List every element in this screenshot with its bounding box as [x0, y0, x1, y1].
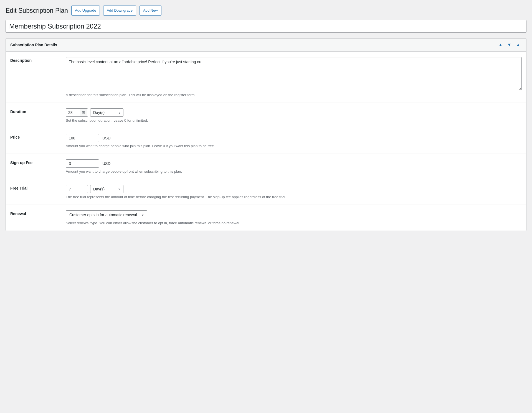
- price-hint: Amount you want to charge people who joi…: [66, 144, 522, 148]
- duration-unit-wrapper: Day(s) Week(s) Month(s) Year(s): [90, 108, 123, 117]
- renewal-select[interactable]: Customer opts in for automatic renewal F…: [66, 210, 147, 219]
- duration-number-input[interactable]: [66, 109, 80, 116]
- card-header: Subscription Plan Details ▲ ▼ ▲: [6, 39, 526, 52]
- renewal-field: Customer opts in for automatic renewal F…: [66, 210, 522, 225]
- renewal-hint: Select renewal type. You can either allo…: [66, 221, 522, 225]
- card-title: Subscription Plan Details: [10, 43, 57, 47]
- free-trial-hint: The free trial represents the amount of …: [66, 195, 522, 199]
- add-downgrade-button[interactable]: Add Downgrade: [103, 6, 136, 16]
- price-row: Price USD Amount you want to charge peop…: [6, 128, 526, 154]
- description-row: Description The basic level content at a…: [6, 52, 526, 103]
- duration-number-wrapper: ⊞: [66, 108, 88, 117]
- free-trial-unit-wrapper: Day(s) Week(s) Month(s) Year(s): [90, 185, 123, 193]
- free-trial-field: Day(s) Week(s) Month(s) Year(s) The free…: [66, 185, 522, 199]
- free-trial-label: Free Trial: [10, 185, 66, 190]
- signup-fee-label: Sign-up Fee: [10, 159, 66, 165]
- move-up-button[interactable]: ▲: [497, 42, 504, 48]
- card-body: Description The basic level content at a…: [6, 52, 526, 231]
- signup-fee-row: Sign-up Fee USD Amount you want to charg…: [6, 154, 526, 179]
- add-new-button[interactable]: Add New: [140, 6, 161, 16]
- free-trial-inputs: Day(s) Week(s) Month(s) Year(s): [66, 185, 522, 193]
- signup-fee-hint: Amount you want to charge people upfront…: [66, 169, 522, 174]
- card-controls: ▲ ▼ ▲: [497, 42, 522, 48]
- duration-unit-select[interactable]: Day(s) Week(s) Month(s) Year(s): [90, 108, 123, 117]
- page-header: Edit Subscription Plan Add Upgrade Add D…: [6, 6, 526, 16]
- renewal-label: Renewal: [10, 210, 66, 216]
- duration-hint: Set the subscription duration. Leave 0 f…: [66, 118, 522, 123]
- page-title: Edit Subscription Plan: [6, 7, 68, 14]
- move-down-button[interactable]: ▼: [506, 42, 513, 48]
- free-trial-unit-select[interactable]: Day(s) Week(s) Month(s) Year(s): [90, 185, 123, 193]
- price-field: USD Amount you want to charge people who…: [66, 134, 522, 148]
- price-label: Price: [10, 134, 66, 139]
- signup-fee-currency-label: USD: [102, 161, 111, 166]
- price-currency-label: USD: [102, 136, 111, 140]
- subscription-plan-details-card: Subscription Plan Details ▲ ▼ ▲ Descript…: [6, 38, 526, 231]
- signup-fee-inputs: USD: [66, 159, 522, 168]
- description-textarea[interactable]: The basic level content at an affordable…: [66, 57, 522, 90]
- signup-fee-field: USD Amount you want to charge people upf…: [66, 159, 522, 174]
- add-upgrade-button[interactable]: Add Upgrade: [71, 6, 100, 16]
- price-input[interactable]: [66, 134, 99, 142]
- duration-inputs: ⊞ Day(s) Week(s) Month(s) Year(s): [66, 108, 522, 117]
- duration-field: ⊞ Day(s) Week(s) Month(s) Year(s) Set th…: [66, 108, 522, 123]
- duration-row: Duration ⊞ Day(s) Week(s) Month(s) Year(…: [6, 103, 526, 128]
- description-hint: A description for this subscription plan…: [66, 93, 522, 97]
- price-inputs: USD: [66, 134, 522, 142]
- description-field: The basic level content at an affordable…: [66, 57, 522, 97]
- duration-label: Duration: [10, 108, 66, 114]
- calendar-icon: ⊞: [80, 109, 87, 116]
- collapse-button[interactable]: ▲: [515, 42, 522, 48]
- free-trial-number-input[interactable]: [66, 185, 88, 193]
- renewal-row: Renewal Customer opts in for automatic r…: [6, 205, 526, 231]
- signup-fee-input[interactable]: [66, 159, 99, 168]
- free-trial-row: Free Trial Day(s) Week(s) Month(s) Year(…: [6, 179, 526, 205]
- renewal-select-wrapper: Customer opts in for automatic renewal F…: [66, 210, 147, 219]
- plan-name-input[interactable]: [6, 20, 526, 33]
- description-label: Description: [10, 57, 66, 63]
